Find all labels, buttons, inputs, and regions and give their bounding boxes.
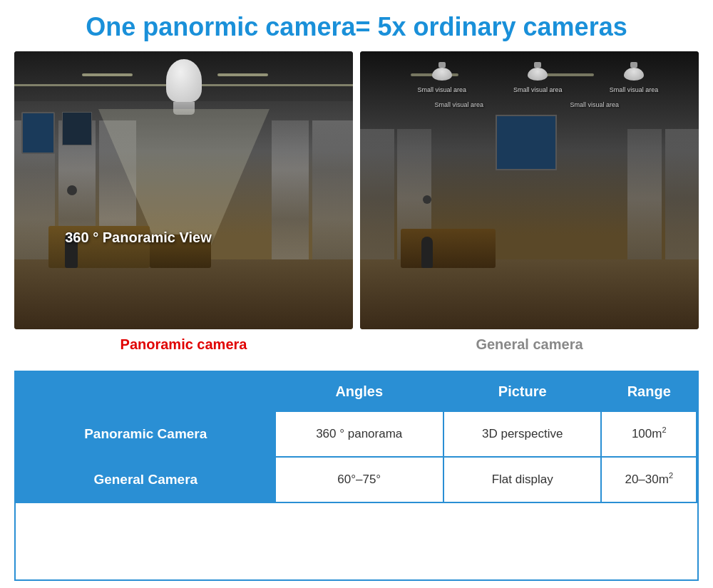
panoramic-row-label: Panoramic Camera [16, 411, 275, 457]
comparison-table: Angles Picture Range Panoramic Camera 36… [16, 372, 697, 503]
dome-body-icon [432, 68, 452, 81]
bulb-camera-icon [166, 59, 202, 115]
panoramic-angles: 360 ° panorama [275, 411, 443, 457]
table-header-angles: Angles [275, 373, 443, 411]
panoramic-range-value: 100m2 [632, 427, 667, 440]
captions-row: Panoramic camera General camera [14, 336, 699, 362]
general-angles: 60°–75° [275, 457, 443, 502]
table-row-panoramic: Panoramic Camera 360 ° panorama 3D persp… [16, 411, 697, 457]
table-header-range: Range [601, 373, 697, 411]
panoramic-scene: 360 ° Panoramic View [14, 51, 353, 329]
panoramic-range: 100m2 [601, 411, 697, 457]
small-visual-label-1: Small visual area [418, 86, 467, 93]
dome-body-icon-2 [528, 68, 548, 81]
dome-mount-icon-2 [534, 62, 541, 68]
table-row-general: General Camera 60°–75° Flat display 20–3… [16, 457, 697, 502]
small-visual-label-3: Small visual area [610, 86, 659, 93]
general-picture: Flat display [443, 457, 602, 502]
panoramic-360-label: 360 ° Panoramic View [65, 229, 212, 246]
panoramic-caption: Panoramic camera [14, 336, 353, 362]
panoramic-image-panel: 360 ° Panoramic View [14, 51, 353, 329]
dome-camera-2: Small visual area [528, 62, 548, 81]
small-visual-label-5: Small visual area [570, 101, 620, 108]
panoramic-picture: 3D perspective [443, 411, 602, 457]
general-row-label: General Camera [16, 457, 275, 502]
panoramic-floor [14, 259, 353, 329]
images-row: 360 ° Panoramic View [14, 51, 699, 329]
small-visual-label-2: Small visual area [513, 86, 563, 93]
dome-body-icon-3 [624, 68, 644, 81]
dome-mount-icon [438, 62, 446, 68]
dome-mount-icon-3 [630, 62, 637, 68]
dome-camera-3: Small visual area [624, 62, 644, 81]
general-image-panel: Small visual area Small visual area Smal… [360, 51, 699, 329]
table-header-picture: Picture [443, 373, 602, 411]
general-scene: Small visual area Small visual area Smal… [360, 51, 699, 329]
general-caption: General camera [360, 336, 699, 362]
dome-cameras-group: Small visual area Small visual area Smal… [394, 62, 682, 81]
table-header-empty [16, 373, 275, 411]
general-floor [360, 259, 699, 329]
comparison-table-section: Angles Picture Range Panoramic Camera 36… [14, 371, 699, 581]
small-visual-label-4: Small visual area [435, 101, 484, 108]
page-headline: One panormic camera= 5x ordinary cameras [14, 13, 699, 41]
general-range-value: 20–30m2 [625, 473, 673, 486]
general-range: 20–30m2 [601, 457, 697, 502]
dome-camera-1: Small visual area [432, 62, 452, 81]
page-container: One panormic camera= 5x ordinary cameras [0, 0, 713, 588]
